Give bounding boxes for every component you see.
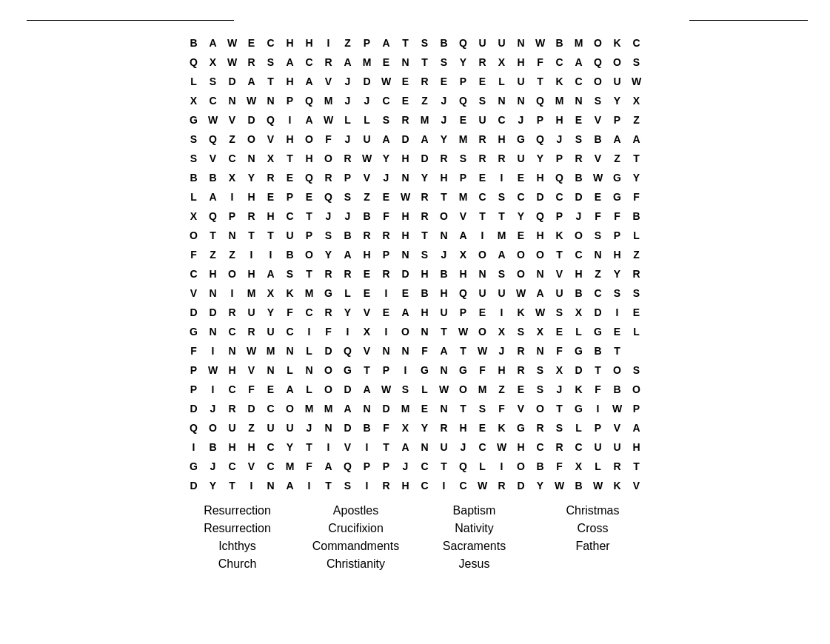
grid-cell: R	[531, 418, 550, 437]
grid-cell: S	[627, 360, 646, 380]
grid-cell: A	[300, 110, 319, 130]
grid-cell: B	[358, 207, 377, 226]
grid-cell: Q	[531, 91, 550, 110]
grid-cell: O	[589, 72, 608, 91]
puzzle-container: BAWECHHIZPATSBQUUNWBMOKCQXWRSACRAMENTSYR…	[0, 33, 830, 495]
grid-cell: W	[473, 341, 492, 360]
grid-cell: R	[512, 360, 531, 380]
grid-cell: X	[358, 322, 377, 341]
grid-cell: C	[589, 284, 608, 303]
grid-cell: S	[415, 33, 435, 53]
grid-cell: J	[338, 130, 358, 149]
grid-cell: D	[184, 399, 204, 418]
grid-cell: F	[281, 303, 300, 322]
grid-cell: I	[338, 322, 358, 341]
grid-cell: R	[223, 399, 242, 418]
grid-cell: P	[223, 207, 242, 226]
grid-cell: I	[223, 284, 242, 303]
grid-cell: N	[358, 399, 377, 418]
grid-cell: K	[281, 284, 300, 303]
grid-cell: J	[319, 207, 338, 226]
grid-cell: Q	[550, 168, 569, 187]
grid-cell: R	[319, 53, 338, 72]
grid-cell: H	[435, 168, 454, 187]
grid-cell: R	[492, 476, 512, 495]
grid-cell: T	[358, 360, 377, 380]
grid-cell: F	[184, 341, 204, 360]
grid-cell: O	[531, 245, 550, 264]
grid-cell: H	[454, 418, 473, 437]
grid-cell: O	[184, 226, 204, 245]
grid-cell: O	[242, 130, 261, 149]
grid-cell: Q	[454, 457, 473, 476]
grid-cell: Z	[242, 418, 261, 437]
grid-cell: P	[300, 226, 319, 245]
grid-cell: W	[492, 437, 512, 457]
grid-cell: W	[204, 360, 223, 380]
grid-cell: B	[204, 437, 223, 457]
grid-cell: E	[550, 322, 569, 341]
name-line	[27, 7, 234, 21]
word-item: Cross	[578, 522, 609, 535]
grid-cell: C	[473, 187, 492, 207]
grid-cell: S	[473, 91, 492, 110]
grid-cell: E	[569, 110, 589, 130]
grid-cell: S	[319, 226, 338, 245]
grid-cell: Y	[415, 418, 435, 437]
grid-cell: G	[569, 341, 589, 360]
grid-cell: Y	[281, 437, 300, 457]
grid-cell: E	[396, 91, 415, 110]
grid-cell: S	[608, 284, 627, 303]
grid-cell: B	[589, 341, 608, 360]
grid-cell: H	[531, 168, 550, 187]
grid-cell: W	[223, 33, 242, 53]
grid-cell: V	[319, 72, 338, 91]
grid-cell: Z	[608, 149, 627, 168]
grid-cell: I	[377, 284, 396, 303]
grid-cell: B	[338, 226, 358, 245]
grid-cell: D	[338, 380, 358, 399]
grid-cell: I	[473, 226, 492, 245]
grid-cell: A	[281, 53, 300, 72]
grid-cell: P	[589, 418, 608, 437]
grid-cell: R	[473, 53, 492, 72]
grid-cell: H	[281, 130, 300, 149]
grid-cell: W	[242, 341, 261, 360]
grid-cell: O	[223, 264, 242, 284]
grid-cell: G	[512, 418, 531, 437]
grid-cell: E	[358, 264, 377, 284]
grid-cell: N	[242, 149, 261, 168]
grid-cell: D	[512, 476, 531, 495]
grid-cell: U	[589, 437, 608, 457]
grid-cell: O	[281, 399, 300, 418]
grid-cell: E	[473, 168, 492, 187]
grid-cell: N	[531, 341, 550, 360]
word-item: Baptism	[453, 504, 496, 517]
grid-cell: X	[492, 53, 512, 72]
grid-cell: R	[415, 72, 435, 91]
grid-cell: R	[377, 264, 396, 284]
grid-cell: W	[396, 187, 415, 207]
grid-cell: O	[531, 399, 550, 418]
grid-cell: N	[473, 264, 492, 284]
grid-cell: Q	[184, 53, 204, 72]
grid-cell: U	[223, 418, 242, 437]
grid-cell: X	[569, 303, 589, 322]
grid-cell: Q	[454, 91, 473, 110]
grid-cell: F	[550, 341, 569, 360]
grid-cell: V	[338, 437, 358, 457]
grid-cell: D	[569, 187, 589, 207]
grid-cell: O	[569, 226, 589, 245]
word-column-2: ApostlesCrucifixionCommandmentsChristian…	[297, 504, 415, 571]
grid-cell: D	[242, 399, 261, 418]
grid-cell: D	[569, 360, 589, 380]
grid-cell: D	[396, 264, 415, 284]
grid-cell: J	[358, 91, 377, 110]
grid-cell: E	[377, 53, 396, 72]
grid-cell: T	[454, 399, 473, 418]
grid-cell: B	[184, 33, 204, 53]
grid-cell: S	[589, 91, 608, 110]
grid-cell: I	[589, 399, 608, 418]
grid-cell: Y	[531, 149, 550, 168]
grid-cell: Z	[492, 380, 512, 399]
